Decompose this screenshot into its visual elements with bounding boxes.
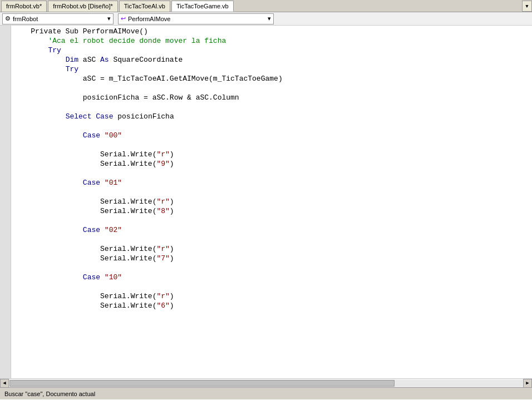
code-line-4: Try <box>11 65 532 74</box>
code-line-22 <box>11 235 532 244</box>
code-line-27 <box>11 282 532 292</box>
code-line-29: Serial.Write("6") <box>11 301 532 310</box>
code-area[interactable]: Private Sub PerformAIMove() 'Aca el robo… <box>11 26 532 378</box>
code-line-13: Serial.Write("r") <box>11 150 532 159</box>
code-line-17 <box>11 187 532 197</box>
code-line-24: Serial.Write("7") <box>11 254 532 263</box>
scroll-thumb[interactable] <box>9 380 395 387</box>
code-line-3: Dim aSC As SquareCoordinate <box>11 55 532 65</box>
code-line-1: 'Aca el robot decide donde mover la fich… <box>11 36 532 46</box>
tab-frmrobot-diseno[interactable]: frmRobot.vb [Diseño]* <box>48 1 118 12</box>
class-icon: ⚙ <box>5 15 11 22</box>
code-lines: Private Sub PerformAIMove() 'Aca el robo… <box>11 27 532 310</box>
code-line-5: aSC = m_TicTacToeAI.GetAIMove(m_TicTacTo… <box>11 74 532 83</box>
horizontal-scrollbar[interactable]: ◀ ▶ <box>0 378 532 387</box>
status-bar: Buscar "case", Documento actual <box>0 387 532 399</box>
method-icon: ↩ <box>121 15 126 22</box>
margin-indicator <box>2 27 9 34</box>
tab-frmrobot[interactable]: frmRobot.vb* <box>1 1 47 12</box>
code-line-19: Serial.Write("8") <box>11 206 532 216</box>
scroll-track[interactable] <box>9 380 523 387</box>
tab-tictactoegame[interactable]: TicTacToeGame.vb <box>171 1 234 12</box>
code-line-21: Case "02" <box>11 225 532 235</box>
code-line-14: Serial.Write("9") <box>11 159 532 169</box>
scroll-left-button[interactable]: ◀ <box>0 379 9 388</box>
code-line-25 <box>11 263 532 273</box>
tab-bar: frmRobot.vb* frmRobot.vb [Diseño]* TicTa… <box>0 0 532 12</box>
code-line-11: Case "00" <box>11 131 532 140</box>
left-margin <box>0 26 11 378</box>
code-line-15 <box>11 169 532 178</box>
code-line-2: Try <box>11 46 532 55</box>
code-line-23: Serial.Write("r") <box>11 244 532 254</box>
tab-tictactoeai[interactable]: TicTacToeAI.vb <box>119 1 170 12</box>
code-line-18: Serial.Write("r") <box>11 197 532 206</box>
status-text: Buscar "case", Documento actual <box>4 391 95 397</box>
method-dropdown-arrow: ▾ <box>268 15 271 22</box>
code-line-6 <box>11 83 532 93</box>
code-line-10 <box>11 121 532 131</box>
code-line-20 <box>11 216 532 225</box>
code-line-26: Case "10" <box>11 273 532 282</box>
header-row: ⚙ frmRobot ▾ ↩ PerformAIMove ▾ <box>0 12 532 26</box>
class-dropdown[interactable]: ⚙ frmRobot ▾ <box>2 13 114 24</box>
editor-container: Private Sub PerformAIMove() 'Aca el robo… <box>0 26 532 378</box>
code-line-16: Case "01" <box>11 178 532 187</box>
tab-overflow-button[interactable]: ▾ <box>522 1 532 12</box>
code-line-12 <box>11 140 532 150</box>
method-dropdown[interactable]: ↩ PerformAIMove ▾ <box>118 13 274 24</box>
code-line-0: Private Sub PerformAIMove() <box>11 27 532 36</box>
scroll-right-button[interactable]: ▶ <box>523 379 532 388</box>
code-line-8 <box>11 102 532 112</box>
code-line-7: posicionFicha = aSC.Row & aSC.Column <box>11 93 532 102</box>
code-line-9: Select Case posicionFicha <box>11 112 532 121</box>
class-dropdown-arrow: ▾ <box>107 15 111 22</box>
code-line-28: Serial.Write("r") <box>11 292 532 301</box>
